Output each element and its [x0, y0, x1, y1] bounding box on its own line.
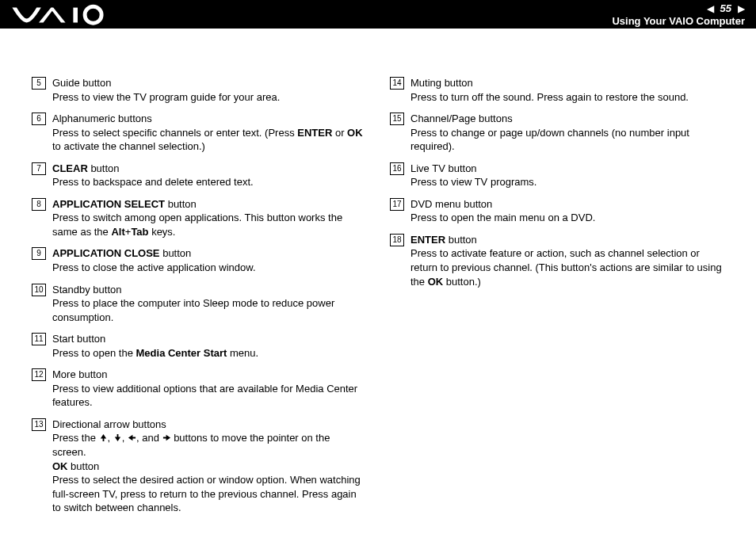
list-item: 13Directional arrow buttonsPress the , ,…: [32, 418, 366, 515]
item-title: Alphanumeric buttons: [52, 112, 366, 126]
item-title: ENTER button: [410, 233, 724, 247]
item-body: Press to view the TV program guide for y…: [52, 90, 366, 105]
prev-page-arrow-icon[interactable]: ◀: [707, 2, 714, 15]
item-description: Standby buttonPress to place the compute…: [52, 283, 366, 325]
list-item: 14Muting buttonPress to turn off the sou…: [390, 76, 724, 104]
list-item: 16Live TV buttonPress to view TV program…: [390, 162, 724, 189]
item-title: Muting button: [410, 76, 724, 90]
item-title: Standby button: [52, 283, 366, 297]
item-body: Press to close the active application wi…: [52, 261, 366, 275]
item-body: Press to open the Media Center Start men…: [52, 346, 366, 360]
item-number-box: 8: [32, 198, 46, 211]
right-column: 14Muting buttonPress to turn off the sou…: [390, 76, 724, 523]
item-description: Start buttonPress to open the Media Cent…: [52, 332, 366, 360]
item-description: DVD menu buttonPress to open the main me…: [410, 197, 724, 225]
section-title: Using Your VAIO Computer: [612, 14, 745, 29]
item-number-box: 6: [32, 113, 46, 125]
item-title: Live TV button: [410, 162, 724, 176]
list-item: 10Standby buttonPress to place the compu…: [32, 283, 366, 325]
item-description: Directional arrow buttonsPress the , , ,…: [52, 418, 366, 515]
item-number-box: 16: [390, 162, 404, 175]
arrow-down-icon: [113, 432, 122, 444]
item-description: Muting buttonPress to turn off the sound…: [410, 76, 724, 104]
list-item: 9APPLICATION CLOSE buttonPress to close …: [32, 246, 366, 274]
item-number-box: 15: [390, 113, 404, 125]
item-body: Press to view TV programs.: [410, 175, 724, 189]
item-description: CLEAR buttonPress to backspace and delet…: [52, 162, 366, 189]
item-body: Press to turn off the sound. Press again…: [410, 90, 724, 105]
list-item: 11Start buttonPress to open the Media Ce…: [32, 332, 366, 360]
item-description: Guide buttonPress to view the TV program…: [52, 76, 366, 104]
next-page-arrow-icon[interactable]: ▶: [738, 2, 745, 15]
page-number: 55: [719, 2, 733, 16]
list-item: 7CLEAR buttonPress to backspace and dele…: [32, 162, 366, 189]
item-body: Press to change or page up/down channels…: [410, 126, 724, 154]
item-title: APPLICATION CLOSE button: [52, 246, 366, 261]
item-title: Directional arrow buttons: [52, 418, 366, 432]
item-title: Channel/Page buttons: [410, 112, 724, 126]
vaio-logo-icon: [11, 3, 122, 25]
svg-rect-0: [73, 8, 78, 23]
page-nav: ◀ 55 ▶: [707, 2, 745, 16]
arrow-right-icon: [162, 432, 171, 444]
item-number-box: 14: [390, 77, 404, 90]
item-number-box: 17: [390, 198, 404, 211]
item-description: APPLICATION CLOSE buttonPress to close t…: [52, 246, 366, 274]
item-body: Press to backspace and delete entered te…: [52, 175, 366, 189]
item-body: Press the , , , and buttons to move the …: [52, 431, 366, 514]
arrow-up-icon: [99, 432, 108, 444]
item-title: DVD menu button: [410, 197, 724, 212]
list-item: 18ENTER buttonPress to activate feature …: [390, 233, 724, 288]
content: 5Guide buttonPress to view the TV progra…: [0, 29, 756, 534]
item-description: Channel/Page buttonsPress to change or p…: [410, 112, 724, 154]
item-title: APPLICATION SELECT button: [52, 197, 366, 212]
svg-point-1: [85, 6, 101, 23]
item-body: Press to select specific channels or ent…: [52, 126, 366, 154]
item-number-box: 12: [32, 368, 46, 381]
arrow-left-icon: [128, 432, 136, 444]
item-number-box: 13: [32, 418, 46, 431]
list-item: 8APPLICATION SELECT buttonPress to switc…: [32, 197, 366, 239]
item-body: Press to place the computer into Sleep m…: [52, 296, 366, 324]
list-item: 6Alphanumeric buttonsPress to select spe…: [32, 112, 366, 154]
item-number-box: 9: [32, 247, 46, 260]
item-number-box: 11: [32, 333, 46, 345]
item-number-box: 10: [32, 284, 46, 296]
item-title: Start button: [52, 332, 366, 346]
item-description: Alphanumeric buttonsPress to select spec…: [52, 112, 366, 154]
item-body: Press to view additional options that ar…: [52, 382, 366, 410]
item-title: More button: [52, 368, 366, 382]
item-description: APPLICATION SELECT buttonPress to switch…: [52, 197, 366, 239]
list-item: 12More buttonPress to view additional op…: [32, 368, 366, 410]
left-column: 5Guide buttonPress to view the TV progra…: [32, 76, 366, 523]
list-item: 5Guide buttonPress to view the TV progra…: [32, 76, 366, 104]
page-header: ◀ 55 ▶ Using Your VAIO Computer: [0, 0, 756, 29]
item-description: ENTER buttonPress to activate feature or…: [410, 233, 724, 288]
item-number-box: 7: [32, 162, 46, 175]
item-body: Press to activate feature or action, suc…: [410, 246, 724, 288]
item-number-box: 18: [390, 234, 404, 246]
item-description: Live TV buttonPress to view TV programs.: [410, 162, 724, 189]
list-item: 15Channel/Page buttonsPress to change or…: [390, 112, 724, 154]
list-item: 17DVD menu buttonPress to open the main …: [390, 197, 724, 225]
item-number-box: 5: [32, 77, 46, 90]
item-description: More buttonPress to view additional opti…: [52, 368, 366, 410]
item-body: Press to switch among open applications.…: [52, 211, 366, 238]
item-body: Press to open the main menu on a DVD.: [410, 211, 724, 225]
item-title: Guide button: [52, 76, 366, 90]
item-title: CLEAR button: [52, 162, 366, 176]
